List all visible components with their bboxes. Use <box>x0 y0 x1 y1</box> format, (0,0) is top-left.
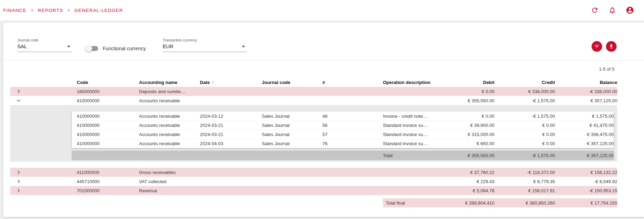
chevron-right-icon <box>15 88 22 95</box>
header-balance[interactable]: Balance <box>555 78 617 87</box>
filter-button[interactable] <box>592 41 602 52</box>
cell-description: Standard invoice su… <box>383 121 436 130</box>
cell-code: 410000000 <box>77 139 139 148</box>
top-bar: FINANCE REPORTS GENERAL-LEDGER <box>0 0 644 20</box>
cell-balance: -€ 6,549.92 <box>555 177 617 186</box>
table-row-expanded[interactable]: 410000000 Accounts receivable € 355,550.… <box>10 96 617 105</box>
breadcrumb: FINANCE REPORTS GENERAL-LEDGER <box>3 8 123 13</box>
row-expander[interactable] <box>10 177 77 186</box>
cell-balance: € 156,132.22 <box>555 168 617 177</box>
breadcrumb-separator-icon <box>66 8 71 13</box>
cell-credit: -€ 1,575.00 <box>494 96 555 105</box>
table-actions <box>592 41 617 52</box>
account-profile-icon[interactable] <box>626 6 634 14</box>
chevron-right-icon <box>15 178 22 185</box>
cell-debit: € 650.00 <box>436 139 494 148</box>
row-expander[interactable] <box>10 168 77 177</box>
cell-balance: € 357,125.00 <box>555 139 614 148</box>
sort-ascending-icon[interactable]: ↑ <box>211 79 214 85</box>
pagination: 1-5 of 5 <box>3 60 644 78</box>
cell-code: 410000000 <box>77 130 139 139</box>
cell-code: 411000000 <box>77 168 139 177</box>
cell-accounting-name: Gross receivables <box>139 168 200 177</box>
cell-balance: -€ 338,000.00 <box>555 87 617 96</box>
total-final-balance: € 17,754.150 <box>555 198 617 207</box>
cell-code: 410000000 <box>77 111 139 121</box>
functional-currency-toggle-group: Functional currency <box>86 46 146 51</box>
dropdown-arrow-icon <box>67 46 70 47</box>
header-expander <box>10 78 77 87</box>
cell-debit: € 229.43 <box>436 177 494 186</box>
header-operation-description[interactable]: Operation description <box>383 78 436 87</box>
refresh-icon[interactable] <box>591 6 599 14</box>
total-final-label: Total final <box>383 198 436 207</box>
detail-total-debit: € 355,550.00 <box>436 151 494 160</box>
functional-currency-toggle[interactable] <box>86 46 98 51</box>
chevron-right-icon <box>15 187 22 194</box>
top-bar-icons <box>591 6 634 14</box>
cell-accounting-name: Revenue <box>139 186 200 195</box>
cell-number: 56 <box>322 121 383 130</box>
table-row[interactable]: 445710000 VAT collected € 229.43 € 6,779… <box>10 177 617 186</box>
cell-description: Standard invoice su… <box>383 139 436 148</box>
table-row[interactable]: 165000000 Deposits and suretie… € 0.00 €… <box>10 87 617 96</box>
row-collapser[interactable] <box>10 96 77 105</box>
cell-debit: € 0.00 <box>436 111 494 121</box>
cell-code: 165000000 <box>77 87 139 96</box>
cell-code: 410000000 <box>77 121 139 130</box>
cell-debit: € 37,760.22 <box>436 168 494 177</box>
cell-number: 48 <box>322 111 383 121</box>
notifications-bell-icon[interactable] <box>608 6 617 14</box>
header-number[interactable]: # <box>322 78 383 87</box>
header-code[interactable]: Code <box>77 78 139 87</box>
cell-accounting-name: Accounts receivable <box>139 121 200 130</box>
cell-journal: Sales Journal <box>262 139 322 148</box>
cell-date: 2024-03-21 <box>200 121 262 130</box>
cell-accounting-name: Deposits and suretie… <box>139 87 200 96</box>
journal-code-value: SAL <box>17 44 27 49</box>
cell-date: 2024-03-21 <box>200 130 262 139</box>
cell-credit: € 0.00 <box>494 139 555 148</box>
download-button[interactable] <box>606 41 617 52</box>
header-journal-code[interactable]: Journal code <box>262 78 322 87</box>
cell-date: 2024-04-03 <box>200 139 262 148</box>
detail-total-row: Total € 355,550.00 -€ 1,575.00 € 357,125… <box>72 151 614 160</box>
cell-accounting-name: Accounts receivable <box>139 130 200 139</box>
table-row[interactable]: 411000000 Gross receivables € 37,760.22 … <box>10 168 617 177</box>
row-expander[interactable] <box>10 186 77 195</box>
cell-debit: € 315,000.00 <box>436 130 494 139</box>
journal-code-select[interactable]: Journal code SAL <box>17 38 72 52</box>
cell-number: 76 <box>322 139 383 148</box>
header-credit[interactable]: Credit <box>494 78 555 87</box>
transaction-currency-select[interactable]: Transaction currency EUR <box>163 38 247 52</box>
header-debit[interactable]: Debit <box>436 78 494 87</box>
detail-row: 410000000 Accounts receivable 2024-04-03… <box>72 139 614 148</box>
breadcrumb-item-general-ledger[interactable]: GENERAL-LEDGER <box>74 8 123 13</box>
cell-number: 57 <box>322 130 383 139</box>
cell-accounting-name: VAT collected <box>139 177 200 186</box>
breadcrumb-item-finance[interactable]: FINANCE <box>3 8 26 13</box>
cell-date: 2024-03-12 <box>200 111 262 121</box>
header-date[interactable]: Date ↑ <box>200 78 262 87</box>
transaction-currency-label: Transaction currency <box>163 38 247 42</box>
cell-credit: € 0.00 <box>494 130 555 139</box>
pagination-range: 1-5 of 5 <box>599 66 614 72</box>
cell-credit: -€ 1,575.00 <box>494 111 555 121</box>
table-row[interactable]: 701000000 Revenue € 5,064.76 € 156,017.9… <box>10 186 617 195</box>
cell-balance: -€ 150,953.15 <box>555 186 617 195</box>
download-icon <box>608 44 614 49</box>
cell-description: Invoice - credit note… <box>383 111 436 121</box>
header-accounting-name[interactable]: Accounting name <box>139 78 200 87</box>
row-expander[interactable] <box>10 87 77 96</box>
expanded-detail-panel: 410000000 Accounts receivable 2024-03-12… <box>10 105 617 162</box>
cell-credit: -€ 118,372.00 <box>494 168 555 177</box>
breadcrumb-item-reports[interactable]: REPORTS <box>38 8 63 13</box>
chevron-right-icon <box>15 169 22 176</box>
ledger-table: Code Accounting name Date ↑ Journal code… <box>10 78 617 207</box>
cell-description: Standard invoice su… <box>383 130 436 139</box>
report-card: Journal code SAL Functional currency Tra… <box>3 22 644 217</box>
chevron-down-icon <box>15 97 22 104</box>
functional-currency-label: Functional currency <box>103 46 146 51</box>
cell-debit: € 5,064.76 <box>436 186 494 195</box>
header-date-label: Date <box>200 80 210 85</box>
